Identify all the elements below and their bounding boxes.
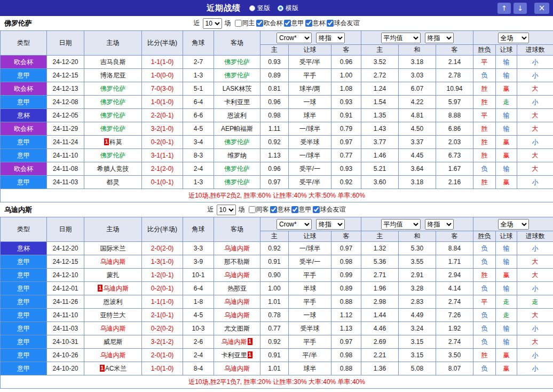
home-team-link[interactable]: 乌迪内斯 xyxy=(100,258,126,265)
result-handicap: 赢 xyxy=(496,362,517,375)
results-body: 意杯 24-12-20 国际米兰 2-0(2-0) 3-3 乌迪内斯 0.92 … xyxy=(1,242,553,375)
section-header: 佛罗伦萨 近 10 场 同主 欧会杯 意甲 意杯 球会友谊 xyxy=(0,16,553,30)
home-team-link[interactable]: 都灵 xyxy=(107,178,120,186)
filter-checkbox[interactable]: 意甲 xyxy=(291,205,312,214)
home-team-link[interactable]: 佛罗伦萨 xyxy=(100,98,126,106)
away-team-link[interactable]: 佛罗伦萨 xyxy=(224,165,250,173)
home-team-link[interactable]: AC米兰 xyxy=(105,365,127,372)
checkbox-input[interactable] xyxy=(305,20,312,27)
home-cell: 博洛尼亚 xyxy=(84,69,142,82)
filter-checkbox[interactable]: 球会友谊 xyxy=(327,19,360,28)
home-team-link[interactable]: 乌迪内斯 xyxy=(100,325,126,332)
filter-checkbox[interactable]: 意杯 xyxy=(305,19,326,28)
home-team-link[interactable]: 希腊人竞技 xyxy=(97,165,129,173)
avg-home: 1.46 xyxy=(361,149,399,162)
away-team-link[interactable]: 乌迪内斯 xyxy=(224,365,250,372)
odds-away: 1.12 xyxy=(331,309,361,322)
checkbox-input[interactable] xyxy=(284,20,291,27)
home-team-link[interactable]: 佛罗伦萨 xyxy=(100,112,126,119)
summary-text: 近10场,胜6平2负2, 胜率:60% 让胜率:40% 大率:50% 单率:60… xyxy=(1,189,553,202)
odds-home: 0.92 xyxy=(260,335,289,349)
match-count-select[interactable]: 10 xyxy=(203,18,222,29)
away-team-link[interactable]: 乌迪内斯 xyxy=(222,338,247,346)
result-wdl: 负 xyxy=(473,309,496,322)
away-team-link[interactable]: 佛罗伦萨 xyxy=(224,178,250,186)
avg-away: 5.97 xyxy=(436,96,473,109)
home-team-link[interactable]: 佛罗伦萨 xyxy=(100,85,126,92)
away-team-link[interactable]: 卡利亚里 xyxy=(224,98,250,106)
average-select[interactable]: 平均值 xyxy=(381,33,421,43)
checkbox-input[interactable] xyxy=(291,206,298,213)
checkbox-input[interactable] xyxy=(249,206,256,213)
filter-checkbox[interactable]: 同主 xyxy=(235,19,255,28)
result-goals: 小 xyxy=(517,242,553,255)
filter-checkbox[interactable]: 欧会杯 xyxy=(256,19,283,28)
away-team-link[interactable]: 乌迪内斯 xyxy=(224,245,250,252)
away-team-link[interactable]: 维罗纳 xyxy=(227,152,247,159)
fulltime-scope-select[interactable]: 全场 xyxy=(498,33,529,43)
away-team-link[interactable]: 乌迪内斯 xyxy=(224,298,250,305)
checkbox-input[interactable] xyxy=(235,20,242,27)
home-cell: 国际米兰 xyxy=(84,242,142,255)
home-team-link[interactable]: 恩波利 xyxy=(104,298,123,305)
home-team-link[interactable]: 蒙扎 xyxy=(107,271,120,279)
match-row: 意杯 24-12-05 佛罗伦萨 2-2(0-1) 6-6 恩波利 0.98 球… xyxy=(1,109,553,122)
checkbox-input[interactable] xyxy=(327,20,334,27)
away-team-link[interactable]: 乌迪内斯 xyxy=(224,271,250,279)
average-stage-select[interactable]: 终指 xyxy=(425,219,454,230)
move-down-button[interactable]: ↓ xyxy=(514,3,527,14)
checkbox-input[interactable] xyxy=(313,206,320,213)
home-team-link[interactable]: 乌迪内斯 xyxy=(103,285,129,292)
home-team-link[interactable]: 威尼斯 xyxy=(104,338,123,346)
score-halftime: 1-2(0-1) xyxy=(142,269,183,282)
away-team-link[interactable]: 佛罗伦萨 xyxy=(224,72,250,79)
filter-checkbox[interactable]: 意杯 xyxy=(270,205,290,214)
home-team-link[interactable]: 乌迪内斯 xyxy=(100,351,126,359)
home-team-link[interactable]: 博洛尼亚 xyxy=(100,72,126,79)
team-name: 乌迪内斯 xyxy=(4,205,32,215)
filter-checkbox[interactable]: 同客 xyxy=(249,205,269,214)
fulltime-scope-select[interactable]: 全场 xyxy=(498,219,529,230)
move-up-button[interactable]: ↑ xyxy=(497,3,511,14)
away-team-link[interactable]: 尤文图斯 xyxy=(224,325,250,332)
filter-checkbox[interactable]: 球会友谊 xyxy=(313,205,346,214)
average-select[interactable]: 平均值 xyxy=(381,219,421,230)
bookmaker-select[interactable]: Crow* xyxy=(276,33,312,43)
away-team-link[interactable]: 那不勒斯 xyxy=(224,258,250,265)
home-team-link[interactable]: 佛罗伦萨 xyxy=(100,152,126,159)
layout-option-vertical[interactable]: 竖版 xyxy=(249,4,270,13)
layout-option-horizontal[interactable]: 横版 xyxy=(278,4,298,13)
bookmaker-select[interactable]: Crow* xyxy=(276,219,312,230)
match-row: 意甲 24-12-01 1乌迪内斯 0-2(0-1) 6-4 热那亚 1.00 … xyxy=(1,282,553,295)
handicap-stage-select[interactable]: 终指 xyxy=(316,33,345,43)
match-row: 意甲 24-11-10 亚特兰大 2-1(0-1) 4-5 乌迪内斯 0.78 … xyxy=(1,309,553,322)
home-team-link[interactable]: 吉马良斯 xyxy=(100,58,126,66)
competition-badge: 意甲 xyxy=(1,96,47,109)
checkbox-input[interactable] xyxy=(270,206,277,213)
home-team-link[interactable]: 佛罗伦萨 xyxy=(100,125,126,132)
home-team-link[interactable]: 科莫 xyxy=(109,138,122,146)
avg-home: 1.36 xyxy=(361,362,399,375)
handicap-stage-select[interactable]: 终指 xyxy=(316,219,345,230)
average-stage-select[interactable]: 终指 xyxy=(425,33,454,43)
away-team-link[interactable]: AEP帕福斯 xyxy=(221,125,253,132)
away-team-link[interactable]: 佛罗伦萨 xyxy=(224,58,250,66)
result-handicap: 输 xyxy=(496,242,517,255)
away-team-link[interactable]: 乌迪内斯 xyxy=(224,311,250,319)
away-team-link[interactable]: LASK林茨 xyxy=(223,85,252,92)
home-team-link[interactable]: 亚特兰大 xyxy=(100,311,126,319)
checkbox-input[interactable] xyxy=(256,20,263,27)
result-wdl: 胜 xyxy=(473,176,496,189)
match-row: 意甲 24-11-10 佛罗伦萨 3-1(1-1) 8-3 维罗纳 1.13 一… xyxy=(1,149,553,162)
home-team-link[interactable]: 国际米兰 xyxy=(100,245,126,252)
filter-checkbox[interactable]: 意甲 xyxy=(284,19,304,28)
handicap-line: 球半 xyxy=(289,362,331,375)
close-button[interactable]: × xyxy=(534,3,549,14)
result-goals: 大 xyxy=(517,109,553,122)
away-team-link[interactable]: 佛罗伦萨 xyxy=(224,138,250,146)
away-team-link[interactable]: 热那亚 xyxy=(227,285,247,292)
away-team-link[interactable]: 卡利亚里 xyxy=(222,351,247,359)
layout-vertical-label: 竖版 xyxy=(257,4,270,13)
away-team-link[interactable]: 恩波利 xyxy=(227,112,247,119)
match-count-select[interactable]: 10 xyxy=(217,205,236,215)
